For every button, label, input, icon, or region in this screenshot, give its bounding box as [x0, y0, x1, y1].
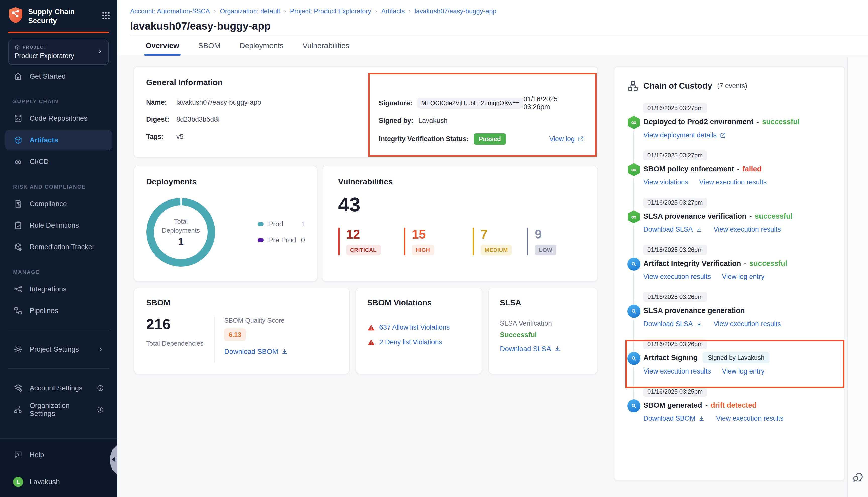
breadcrumb-current[interactable]: lavakush07/easy-buggy-app: [415, 7, 496, 15]
sidebar-item-integrations[interactable]: Integrations: [5, 279, 112, 299]
timeline-event: 01/16/2025 03:26pm Artifact Integrity Ve…: [627, 244, 833, 292]
download-sbom-link[interactable]: Download SBOM: [643, 415, 705, 423]
timeline-event: 01/16/2025 03:25pm SBOM generated - drif…: [627, 386, 833, 434]
breadcrumb-separator: ›: [375, 8, 377, 14]
breadcrumb-artifacts[interactable]: Artifacts: [381, 7, 405, 15]
project-label: PROJECT: [15, 45, 96, 50]
brand-title: Supply ChainSecurity: [28, 7, 97, 25]
code-repo-icon: [13, 113, 23, 124]
view-execution-results-link[interactable]: View execution results: [714, 226, 781, 233]
event-timestamp: 01/16/2025 03:26pm: [643, 339, 707, 349]
event-timestamp: 01/16/2025 03:27pm: [643, 198, 707, 208]
org-settings-icon: [13, 404, 23, 415]
sbom-violations-card: SBOM Violations 637 Allow list Violation…: [356, 288, 482, 374]
sbom-card: SBOM 216 Total Dependencies SBOM Quality…: [134, 288, 350, 374]
external-link-icon: [719, 132, 726, 139]
brand: Supply ChainSecurity: [0, 0, 117, 32]
view-log-link[interactable]: View log: [549, 135, 584, 143]
tab-deployments[interactable]: Deployments: [240, 36, 283, 56]
page-header: Account: Automation-SSCA › Organization:…: [117, 0, 868, 36]
signature-section: Signature: MEQCICde2VjIT...bL+2+mqnOXw==…: [379, 97, 584, 148]
sidebar-item-get-started[interactable]: Get Started: [5, 66, 112, 86]
download-icon: [699, 415, 705, 422]
info-icon: [97, 385, 104, 392]
event-timestamp: 01/16/2025 03:27pm: [643, 150, 707, 160]
event-title: SLSA provenance generation: [643, 307, 745, 315]
account-layers-icon: [13, 383, 23, 393]
field-integrity-status: Integrity Verification Status: Passed Vi…: [379, 132, 584, 145]
event-status: failed: [743, 165, 762, 173]
chain-of-custody-timeline: ∞ 01/16/2025 03:27pm Deployed to Prod2 e…: [627, 103, 833, 434]
view-violations-link[interactable]: View violations: [643, 179, 688, 186]
user-menu[interactable]: L Lavakush: [5, 472, 112, 492]
chain-of-custody-card: Chain of Custody (7 events) ∞ 01/16/2025…: [614, 66, 845, 481]
app-grid-icon[interactable]: [102, 12, 110, 22]
sidebar-item-cicd[interactable]: ∞ CI/CD: [5, 152, 112, 172]
severity-critical: 12 CRITICAL: [338, 228, 404, 255]
field-signed-by: Signed by: Lavakush: [379, 116, 584, 126]
chain-of-custody-icon: [627, 80, 639, 91]
deny-list-violations-link[interactable]: 2 Deny list Violations: [379, 338, 442, 346]
sidebar-item-artifacts[interactable]: Artifacts: [5, 130, 112, 150]
breadcrumb-project[interactable]: Project: Product Exploratory: [290, 7, 372, 15]
pipeline-event-icon: ∞: [627, 210, 641, 223]
sidebar-item-compliance[interactable]: Compliance: [5, 194, 112, 214]
tab-vulnerabilities[interactable]: Vulnerabilities: [303, 36, 349, 56]
tab-bar: Overview SBOM Deployments Vulnerabilitie…: [117, 36, 868, 56]
sbom-quality-block: SBOM Quality Score 6.13 Download SBOM: [224, 316, 288, 363]
sidebar-item-pipelines[interactable]: Pipelines: [5, 301, 112, 321]
download-icon: [696, 321, 702, 327]
infinity-icon: ∞: [13, 157, 23, 167]
warning-icon: [367, 324, 375, 331]
timeline-event: ∞ 01/16/2025 03:27pm SBOM policy enforce…: [627, 150, 833, 197]
download-icon: [696, 226, 702, 233]
sidebar-item-rule-definitions[interactable]: Rule Definitions: [5, 215, 112, 236]
sidebar-item-account-settings[interactable]: Account Settings: [5, 378, 112, 398]
pipeline-event-icon: ∞: [627, 163, 641, 176]
sidebar-item-project-settings[interactable]: Project Settings: [5, 339, 112, 359]
sidebar-item-organization-settings[interactable]: Organization Settings: [5, 400, 112, 420]
sidebar-item-remediation-tracker[interactable]: Remediation Tracker: [5, 237, 112, 257]
view-log-entry-link[interactable]: View log entry: [722, 368, 764, 375]
cube-icon: [15, 45, 20, 50]
view-execution-results-link[interactable]: View execution results: [643, 368, 711, 375]
tab-overview[interactable]: Overview: [146, 36, 179, 56]
sidebar-item-help[interactable]: Help: [5, 445, 112, 465]
breadcrumb-organization[interactable]: Organization: default: [220, 7, 280, 15]
status-badge-passed: Passed: [474, 133, 506, 145]
download-slsa-link[interactable]: Download SLSA: [643, 226, 702, 233]
slsa-card: SLSA SLSA Verification Successful Downlo…: [488, 288, 598, 374]
view-execution-results-link[interactable]: View execution results: [714, 320, 781, 328]
card-title: SBOM Violations: [367, 298, 472, 308]
legend-item-pre-prod: Pre Prod 0: [258, 236, 305, 244]
tab-sbom[interactable]: SBOM: [198, 36, 220, 56]
pipelines-icon: [13, 306, 23, 316]
allow-list-violations-link[interactable]: 637 Allow list Violations: [379, 324, 450, 331]
chevron-right-icon: [97, 346, 104, 353]
gear-icon: [13, 344, 23, 354]
view-log-entry-link[interactable]: View log entry: [722, 273, 764, 281]
section-label-manage: MANAGE: [0, 269, 117, 275]
event-title: Artifact Signing: [643, 354, 698, 362]
project-selector[interactable]: PROJECT Product Exploratory: [8, 40, 109, 65]
view-execution-results-link[interactable]: View execution results: [716, 415, 783, 423]
download-slsa-link[interactable]: Download SLSA: [500, 345, 561, 353]
download-slsa-link[interactable]: Download SLSA: [643, 320, 702, 328]
breadcrumb-account[interactable]: Account: Automation-SSCA: [130, 7, 210, 15]
total-deployments-value: 1: [178, 236, 184, 247]
chat-support-icon[interactable]: [851, 471, 865, 484]
pipeline-event-icon: ∞: [627, 116, 641, 129]
view-execution-results-link[interactable]: View execution results: [699, 179, 767, 186]
event-title: SBOM generated: [643, 401, 702, 409]
card-title: Deployments: [146, 177, 305, 186]
event-status: successful: [762, 118, 800, 126]
legend-dot-prod: [258, 222, 264, 226]
event-status: successful: [755, 212, 793, 221]
view-execution-results-link[interactable]: View execution results: [643, 273, 711, 281]
view-deployment-details-link[interactable]: View deployment details: [643, 131, 726, 139]
project-name: Product Exploratory: [15, 52, 96, 60]
sidebar-item-code-repositories[interactable]: Code Repositories: [5, 109, 112, 129]
legend-item-prod: Prod 1: [258, 220, 305, 228]
download-sbom-link[interactable]: Download SBOM: [224, 347, 288, 356]
general-info-fields: Name: lavakush07/easy-buggy-app Digest: …: [146, 97, 362, 148]
